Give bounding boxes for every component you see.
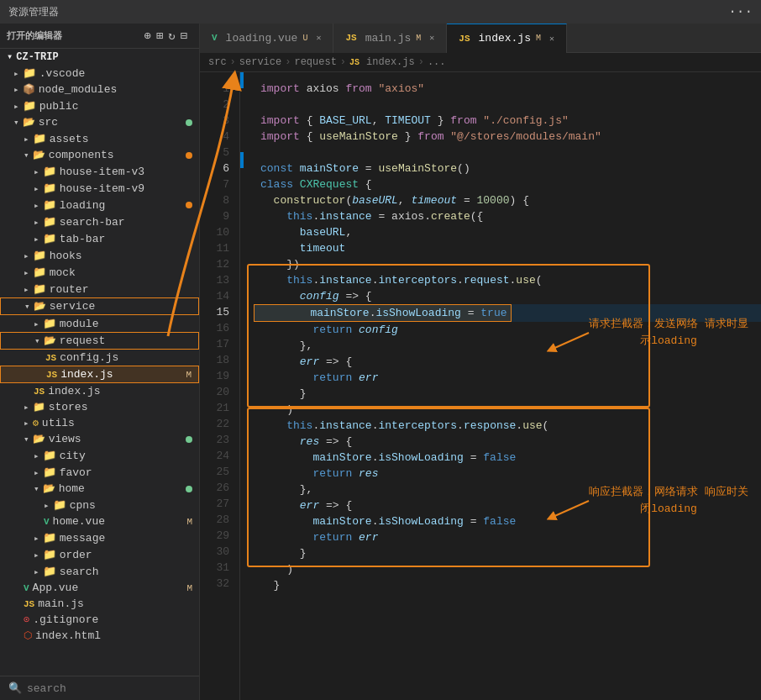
sidebar-item-views[interactable]: ▾ 📂 views	[0, 431, 199, 447]
code-line-25: return res	[254, 466, 761, 482]
sidebar-item-node-modules[interactable]: ▸ 📦 node_modules	[0, 82, 199, 97]
code-text-7: class CXRequest {	[254, 176, 372, 192]
ln-12: 12	[200, 256, 239, 272]
sidebar-item-cpns[interactable]: ▸ 📁 cpns	[0, 497, 199, 513]
chevron-down-components-icon: ▾	[24, 150, 29, 161]
sidebar-item-index-js-2[interactable]: JS index.js	[0, 383, 199, 399]
favor-label: favor	[60, 466, 199, 479]
refresh-icon[interactable]: ↻	[168, 29, 175, 43]
project-root[interactable]: ▾ CZ-TRIP	[0, 49, 199, 65]
chevron-right-mock-icon: ▸	[24, 267, 29, 278]
sidebar-item-house-v9[interactable]: ▸ 📁 house-item-v9	[0, 180, 199, 197]
sidebar-item-hooks[interactable]: ▸ 📁 hooks	[0, 247, 199, 264]
code-line-6: const mainStore = useMainStore()	[254, 161, 761, 176]
code-text-3: import { BASE_URL, TIMEOUT } from "./con…	[254, 113, 569, 129]
sidebar-item-router[interactable]: ▸ 📁 router	[0, 281, 199, 297]
breadcrumb-sep3: ›	[340, 56, 346, 68]
code-text-24: mainStore.isShowLoading = false	[254, 450, 516, 466]
sidebar-item-stores[interactable]: ▸ 📁 stores	[0, 399, 199, 415]
sidebar-item-gitignore[interactable]: ⊙ .gitignore	[0, 612, 199, 628]
app-vue-badge: M	[186, 583, 199, 593]
home-vue-label: home.vue	[53, 515, 187, 528]
ln-6: 6	[200, 161, 239, 176]
sidebar-item-search-bar[interactable]: ▸ 📁 search-bar	[0, 213, 199, 230]
tab-loading-vue[interactable]: V loading.vue U ✕	[200, 24, 333, 53]
public-label: public	[39, 100, 199, 113]
tab-main-js[interactable]: JS main.js M ✕	[333, 24, 447, 53]
index-js-close[interactable]: ✕	[549, 34, 554, 44]
sidebar-item-city[interactable]: ▸ 📁 city	[0, 447, 199, 464]
sidebar-item-module[interactable]: ▸ 📁 module	[0, 315, 199, 332]
city-label: city	[60, 450, 199, 462]
sidebar-item-home[interactable]: ▾ 📂 home	[0, 481, 199, 497]
open-editors-label: 打开的编辑器	[7, 29, 62, 42]
editor-area: V loading.vue U ✕ JS main.js M ✕ JS inde…	[200, 24, 761, 700]
gitignore-label: .gitignore	[33, 613, 199, 626]
loading-vue-close[interactable]: ✕	[316, 33, 321, 43]
sidebar-item-src[interactable]: ▾ 📂 src	[0, 114, 199, 130]
sidebar-item-assets[interactable]: ▸ 📁 assets	[0, 130, 199, 147]
sidebar-item-message[interactable]: ▸ 📁 message	[0, 529, 199, 546]
code-text-2	[254, 97, 267, 113]
sidebar-item-config-js[interactable]: JS config.js	[0, 350, 199, 366]
sidebar-item-public[interactable]: ▸ 📁 public	[0, 97, 199, 114]
chevron-right-router-icon: ▸	[24, 284, 29, 295]
more-options-icon[interactable]: ···	[728, 4, 753, 19]
loading-vue-tab-label: loading.vue	[226, 32, 298, 45]
sidebar-item-order[interactable]: ▸ 📁 order	[0, 546, 199, 563]
sidebar-item-components[interactable]: ▾ 📂 components	[0, 147, 199, 163]
sidebar-item-index-js-active[interactable]: JS index.js M	[0, 366, 199, 383]
sidebar-item-favor[interactable]: ▸ 📁 favor	[0, 464, 199, 481]
order-label: order	[60, 549, 199, 561]
sidebar-open-editors-header: 打开的编辑器 ⊕ ⊞ ↻ ⊟	[0, 24, 199, 49]
sidebar-item-house-v3[interactable]: ▸ 📁 house-item-v3	[0, 163, 199, 180]
sidebar-item-utils[interactable]: ▸ ⚙ utils	[0, 415, 199, 431]
hooks-folder-icon: 📁	[33, 249, 46, 262]
stores-label: stores	[49, 401, 199, 413]
code-text-13: this.instance.interceptors.request.use(	[254, 272, 543, 288]
sidebar-item-search[interactable]: ▸ 📁 search	[0, 563, 199, 580]
code-line-1: import axios from "axios"	[254, 81, 761, 97]
sidebar-item-loading[interactable]: ▸ 📁 loading	[0, 197, 199, 213]
code-editor: 1 2 3 4 5 6 7 8 9 10 11 12 13 14 15 16 1…	[200, 72, 761, 700]
code-line-31: )	[254, 561, 761, 577]
annotation-text-1: 请求拦截器，发送网络 请求时显示loading	[585, 316, 753, 349]
module-label: module	[60, 318, 199, 330]
collapse-icon[interactable]: ⊟	[181, 29, 187, 43]
index-html-label: index.html	[35, 629, 199, 642]
new-file-icon[interactable]: ⊕	[144, 29, 150, 43]
save-all-icon[interactable]: ⊞	[156, 29, 163, 43]
main-js-close[interactable]: ✕	[429, 33, 434, 43]
chevron-right-icon3: ▸	[13, 101, 19, 112]
sidebar-item-mock[interactable]: ▸ 📁 mock	[0, 264, 199, 281]
chevron-right-icon2: ▸	[13, 84, 19, 95]
sidebar-item-service[interactable]: ▾ 📂 service	[0, 297, 199, 315]
sidebar-item-tab-bar[interactable]: ▸ 📁 tab-bar	[0, 230, 199, 247]
code-line-9: this.instance = axios.create({	[254, 208, 761, 224]
sidebar-item-request[interactable]: ▾ 📂 request	[0, 332, 199, 350]
sidebar-item-vscode[interactable]: ▸ 📁 .vscode	[0, 65, 199, 82]
code-text-6: const mainStore = useMainStore()	[254, 161, 470, 176]
code-line-32: }	[254, 577, 761, 593]
sidebar-item-main-js[interactable]: JS main.js	[0, 596, 199, 612]
chevron-right-order-icon: ▸	[34, 550, 39, 561]
ln-7: 7	[200, 176, 239, 192]
chevron-right-utils-icon: ▸	[24, 418, 29, 429]
chevron-right-module-icon: ▸	[34, 318, 39, 329]
home-icon: 📂	[43, 482, 55, 495]
tab-index-js[interactable]: JS index.js M ✕	[447, 24, 567, 53]
mock-label: mock	[50, 266, 199, 279]
city-folder-icon: 📁	[43, 449, 56, 462]
ln-28: 28	[200, 512, 239, 528]
sidebar-item-index-html[interactable]: ⬡ index.html	[0, 628, 199, 644]
ln-31: 31	[200, 560, 239, 576]
code-text-14: config => {	[254, 288, 372, 304]
bottom-search-bar[interactable]: 🔍 search	[0, 676, 199, 700]
ln-20: 20	[200, 384, 239, 400]
code-text-10: baseURL,	[254, 224, 352, 240]
sidebar-item-home-vue[interactable]: V home.vue M	[0, 513, 199, 529]
code-text-26: },	[254, 482, 312, 497]
sidebar-item-app-vue[interactable]: V App.vue M	[0, 580, 199, 596]
project-name: CZ-TRIP	[16, 51, 199, 63]
code-content[interactable]: import axios from "axios" import { BASE_…	[240, 72, 761, 602]
